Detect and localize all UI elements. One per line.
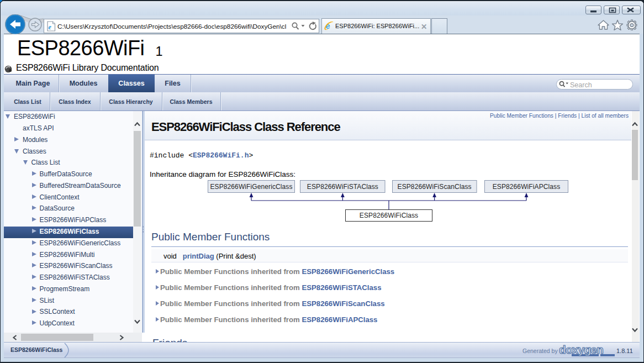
svg-text:ESP8266WiFiScanClass: ESP8266WiFiScanClass	[398, 183, 472, 191]
svg-text:ESP8266WiFiGenericClass: ESP8266WiFiGenericClass	[210, 183, 292, 191]
svg-text:ESP8266WiFiClass: ESP8266WiFiClass	[360, 212, 418, 219]
svg-text:doxygen: doxygen	[559, 343, 603, 356]
svg-text:ESP8266WiFiAPClass: ESP8266WiFiAPClass	[493, 183, 561, 191]
svg-text:e: e	[49, 23, 52, 31]
svg-text:ESP8266WiFiSTAClass: ESP8266WiFiSTAClass	[307, 183, 378, 191]
